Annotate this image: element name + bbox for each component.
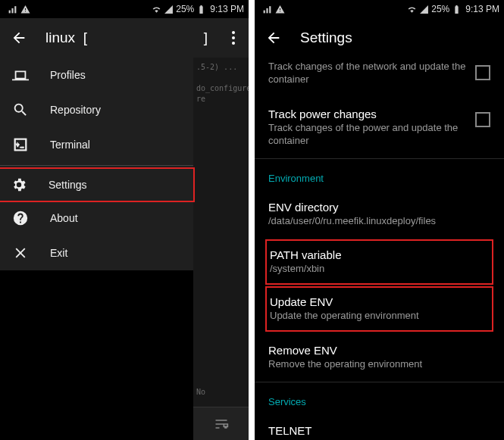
setting-sub: Update the operating environment bbox=[270, 310, 489, 323]
setting-title: Track power changes bbox=[268, 108, 466, 120]
battery-pct: 25% bbox=[431, 4, 449, 14]
settings-list[interactable]: Track changes of the network and update … bbox=[255, 58, 504, 440]
menu-item-settings[interactable]: Settings bbox=[0, 167, 195, 202]
wifi-icon bbox=[152, 5, 161, 14]
battery-icon bbox=[452, 5, 462, 14]
terminal-output: .5-2) ... do_configure re No bbox=[193, 58, 249, 440]
search-icon bbox=[12, 101, 29, 118]
nav-drawer: Profiles Repository Terminal Settings Ab… bbox=[0, 58, 193, 270]
back-icon[interactable] bbox=[265, 30, 282, 46]
svg-rect-3 bbox=[264, 10, 265, 13]
setting-sub: Track changes of the power and update th… bbox=[268, 122, 466, 148]
status-bar: 25% 9:13 PM bbox=[0, 0, 249, 18]
setting-env-directory[interactable]: ENV directory /data/user/0/ru.meefik.lin… bbox=[255, 190, 504, 239]
menu-label: Profiles bbox=[50, 69, 86, 81]
setting-title: Remove ENV bbox=[268, 344, 490, 357]
setting-sub: Track changes of the network and update … bbox=[268, 61, 466, 86]
setting-remove-env[interactable]: Remove ENV Remove the operating environm… bbox=[255, 333, 504, 382]
gear-icon bbox=[11, 176, 27, 193]
checkbox[interactable] bbox=[475, 65, 490, 80]
clock-time: 9:13 PM bbox=[210, 4, 244, 14]
clock-time: 9:13 PM bbox=[465, 4, 499, 14]
status-bar: 25% 9:13 PM bbox=[255, 0, 504, 18]
section-services: Services bbox=[255, 382, 504, 413]
chart-icon bbox=[262, 5, 272, 14]
wifi-icon bbox=[407, 5, 417, 14]
setting-sub: /system/xbin bbox=[270, 263, 489, 276]
section-environment: Environment bbox=[255, 159, 504, 190]
help-icon bbox=[12, 210, 29, 226]
menu-item-repository[interactable]: Repository bbox=[0, 92, 193, 127]
signal-icon bbox=[164, 5, 174, 14]
setting-title: ENV directory bbox=[268, 201, 490, 214]
menu-label: Repository bbox=[50, 104, 101, 116]
setting-title: Update ENV bbox=[270, 295, 489, 308]
menu-item-about[interactable]: About bbox=[0, 201, 193, 236]
warning-icon bbox=[275, 5, 285, 14]
checkbox[interactable] bbox=[475, 112, 490, 127]
app-bar: linux [ ] bbox=[0, 18, 249, 58]
setting-telnet[interactable]: TELNET bbox=[255, 413, 504, 438]
menu-label: Terminal bbox=[50, 139, 90, 151]
svg-rect-0 bbox=[9, 10, 11, 13]
svg-rect-4 bbox=[266, 8, 268, 13]
phone-right: 25% 9:13 PM Settings Track changes of th… bbox=[255, 0, 504, 440]
terminal-toolbar bbox=[193, 407, 249, 440]
setting-update-env[interactable]: Update ENV Update the operating environm… bbox=[265, 286, 493, 332]
sliders-icon[interactable] bbox=[214, 417, 229, 432]
setting-title: PATH variable bbox=[270, 248, 489, 261]
setting-title: TELNET bbox=[268, 424, 490, 437]
signal-icon bbox=[419, 5, 429, 14]
phone-left: 25% 9:13 PM linux [ ] .5-2) ... do_confi… bbox=[0, 0, 249, 440]
more-icon[interactable] bbox=[229, 28, 238, 48]
back-icon[interactable] bbox=[11, 30, 27, 46]
setting-track-network[interactable]: Track changes of the network and update … bbox=[255, 58, 504, 97]
setting-sub: Remove the operating environment bbox=[268, 358, 490, 371]
page-title: Settings bbox=[300, 30, 493, 46]
menu-label: About bbox=[50, 212, 78, 224]
setting-path-variable[interactable]: PATH variable /system/xbin bbox=[265, 239, 493, 285]
terminal-icon bbox=[12, 136, 29, 153]
divider bbox=[0, 165, 193, 166]
menu-label: Settings bbox=[49, 179, 87, 191]
menu-label: Exit bbox=[50, 247, 67, 259]
app-bar: Settings bbox=[255, 18, 504, 58]
app-title: linux [ ] bbox=[45, 30, 211, 46]
laptop-icon bbox=[12, 67, 29, 83]
menu-item-terminal[interactable]: Terminal bbox=[0, 127, 193, 162]
setting-track-power[interactable]: Track power changes Track changes of the… bbox=[255, 97, 504, 158]
warning-icon bbox=[20, 5, 30, 14]
svg-rect-5 bbox=[269, 6, 271, 13]
setting-sub: /data/user/0/ru.meefik.linuxdeploy/files bbox=[268, 215, 490, 228]
battery-icon bbox=[196, 5, 206, 14]
close-icon bbox=[12, 245, 29, 261]
battery-pct: 25% bbox=[176, 4, 194, 14]
menu-item-exit[interactable]: Exit bbox=[0, 236, 193, 270]
svg-rect-2 bbox=[14, 6, 16, 13]
menu-item-profiles[interactable]: Profiles bbox=[0, 58, 193, 92]
chart-icon bbox=[8, 5, 17, 14]
svg-rect-1 bbox=[11, 8, 13, 13]
